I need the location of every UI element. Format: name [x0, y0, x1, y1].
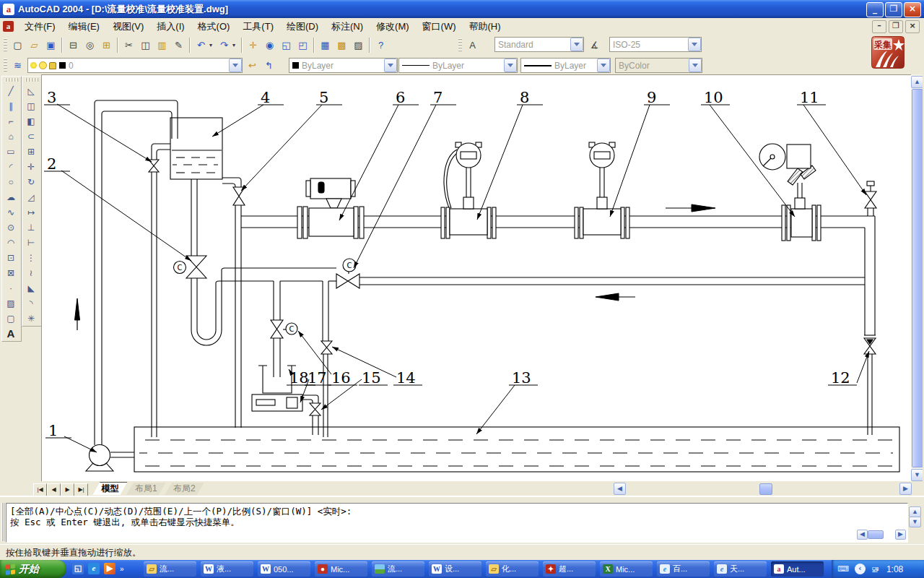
- internet-explorer-icon[interactable]: e: [88, 563, 100, 574]
- task-button-10[interactable]: e 百...: [657, 561, 710, 577]
- menu-file[interactable]: 文件(F): [18, 18, 62, 35]
- circle-icon[interactable]: ○: [2, 174, 19, 189]
- menu-tools[interactable]: 工具(T): [236, 18, 280, 35]
- layer-combo[interactable]: 0: [27, 58, 243, 73]
- copy-object-icon[interactable]: ◫: [22, 98, 40, 113]
- stretch-icon[interactable]: ↦: [22, 204, 40, 220]
- start-button[interactable]: 开始: [0, 560, 66, 578]
- tab-next-icon[interactable]: ▶: [61, 483, 74, 496]
- restore-button[interactable]: ❐: [885, 2, 902, 17]
- line-icon[interactable]: ╱: [2, 83, 19, 98]
- polyline-icon[interactable]: ⌐: [2, 113, 19, 129]
- color-combo[interactable]: ByLayer: [289, 58, 398, 73]
- spline-icon[interactable]: ∿: [2, 204, 19, 220]
- minimize-button[interactable]: _: [866, 2, 884, 17]
- task-button-3[interactable]: W 050...: [258, 561, 310, 577]
- mirror-icon[interactable]: ◧: [22, 113, 40, 129]
- dim-style-icon[interactable]: ∡: [586, 38, 603, 53]
- undo-dropdown-icon[interactable]: ▾: [209, 38, 216, 53]
- mdi-minimize-button[interactable]: –: [872, 20, 886, 33]
- tab-layout1[interactable]: 布局1: [126, 483, 166, 495]
- publish-icon[interactable]: ⊞: [98, 38, 115, 53]
- mdi-close-button[interactable]: ×: [905, 20, 920, 33]
- tab-last-icon[interactable]: ▶|: [74, 483, 88, 496]
- keyboard-icon[interactable]: ⌨: [837, 564, 849, 574]
- pan-realtime-icon[interactable]: ✛: [245, 38, 261, 53]
- toolbar-grip[interactable]: [25, 78, 38, 82]
- toolbar-grip[interactable]: [458, 38, 462, 53]
- menu-modify[interactable]: 修改(M): [370, 18, 416, 35]
- task-button-11[interactable]: e 天...: [714, 561, 767, 577]
- layer-properties-icon[interactable]: ≋: [9, 58, 26, 74]
- mdi-restore-button[interactable]: ❐: [889, 20, 903, 33]
- rotate-icon[interactable]: ↻: [22, 174, 40, 189]
- undo-icon[interactable]: ↶: [193, 38, 209, 53]
- task-button-9[interactable]: X Mic...: [600, 561, 653, 577]
- task-button-12-active[interactable]: a Aut...: [771, 561, 824, 577]
- close-button[interactable]: ×: [904, 2, 921, 17]
- extend-icon[interactable]: ⊢: [22, 235, 40, 250]
- tab-layout2[interactable]: 布局2: [165, 483, 204, 495]
- redo-icon[interactable]: ↷: [216, 38, 232, 53]
- toolbar-grip[interactable]: [4, 38, 7, 53]
- task-button-6[interactable]: W 设...: [429, 561, 481, 577]
- lineweight-combo[interactable]: ByLayer: [520, 58, 611, 73]
- help-icon[interactable]: ?: [372, 38, 389, 53]
- canvas-vertical-scrollbar[interactable]: ▲ ▼: [911, 74, 923, 481]
- save-icon[interactable]: ▣: [43, 38, 59, 53]
- layer-states-icon[interactable]: ↰: [261, 58, 277, 74]
- command-window-grip[interactable]: [1, 503, 4, 541]
- scroll-down-icon[interactable]: ▼: [911, 469, 923, 481]
- quick-launch-chevron-icon[interactable]: »: [120, 565, 124, 573]
- tab-model[interactable]: 模型: [92, 482, 127, 495]
- break-icon[interactable]: ≀: [22, 265, 40, 280]
- match-properties-icon[interactable]: ✎: [170, 38, 187, 53]
- layer-lock-icon[interactable]: [49, 62, 56, 69]
- zoom-realtime-icon[interactable]: ◉: [261, 38, 278, 53]
- horizontal-scroll-thumb[interactable]: [759, 483, 772, 495]
- linetype-combo[interactable]: ByLayer: [398, 58, 518, 73]
- menu-window[interactable]: 窗口(W): [416, 18, 463, 35]
- rectangle-icon[interactable]: ▭: [2, 144, 19, 159]
- point-icon[interactable]: ·: [2, 280, 19, 296]
- explode-icon[interactable]: ✳: [22, 311, 40, 326]
- text-style-combo[interactable]: Standard: [494, 37, 584, 52]
- make-block-icon[interactable]: ⊠: [2, 265, 19, 280]
- command-text-area[interactable]: [全部(A)/中心点(C)/动态(D)/范围(E)/上一个(P)/比例(S)/窗…: [6, 503, 908, 543]
- plot-icon[interactable]: ⊟: [65, 38, 82, 53]
- erase-icon[interactable]: ◺: [22, 83, 40, 98]
- combo-arrow-icon[interactable]: [504, 59, 517, 72]
- offset-icon[interactable]: ⊂: [22, 129, 40, 144]
- task-button-5[interactable]: 流...: [372, 561, 424, 577]
- toolbar-grip[interactable]: [5, 78, 18, 82]
- polygon-icon[interactable]: ⌂: [2, 129, 19, 144]
- open-icon[interactable]: ▱: [26, 38, 43, 53]
- copy-icon[interactable]: ◫: [137, 38, 154, 53]
- layer-bulb-icon[interactable]: [30, 62, 37, 69]
- model-space-canvas[interactable]: C C C 1 2 3 4 5 6 7 8 9 10 11 12: [41, 74, 912, 482]
- plot-style-combo[interactable]: ByColor: [615, 58, 702, 73]
- dim-style-combo[interactable]: ISO-25: [609, 37, 702, 52]
- paste-icon[interactable]: ▥: [154, 38, 170, 53]
- combo-arrow-icon[interactable]: [688, 38, 701, 51]
- toolbar-grip[interactable]: [4, 59, 7, 73]
- fillet-icon[interactable]: ◝: [22, 296, 40, 311]
- multiline-text-icon[interactable]: A: [2, 326, 19, 341]
- insert-block-icon[interactable]: ⊡: [2, 250, 19, 265]
- hatch-icon[interactable]: ▨: [2, 296, 19, 311]
- menu-draw[interactable]: 绘图(D): [280, 18, 325, 35]
- scale-icon[interactable]: ◿: [22, 189, 40, 204]
- scroll-right-icon[interactable]: ▶: [899, 483, 912, 495]
- task-button-1[interactable]: ▱ 流...: [144, 561, 196, 577]
- text-style-icon[interactable]: A: [464, 38, 481, 53]
- combo-arrow-icon[interactable]: [689, 59, 702, 72]
- zoom-previous-icon[interactable]: ◰: [295, 38, 311, 53]
- combo-arrow-icon[interactable]: [384, 59, 397, 72]
- menu-format[interactable]: 格式(O): [191, 18, 237, 35]
- arc-icon[interactable]: ◜: [2, 159, 19, 174]
- tab-first-icon[interactable]: |◀: [33, 483, 47, 496]
- design-center-icon[interactable]: ▩: [334, 38, 350, 53]
- media-player-icon[interactable]: ▶: [104, 563, 116, 574]
- construction-line-icon[interactable]: ∥: [2, 98, 19, 113]
- tab-prev-icon[interactable]: ◀: [47, 483, 61, 496]
